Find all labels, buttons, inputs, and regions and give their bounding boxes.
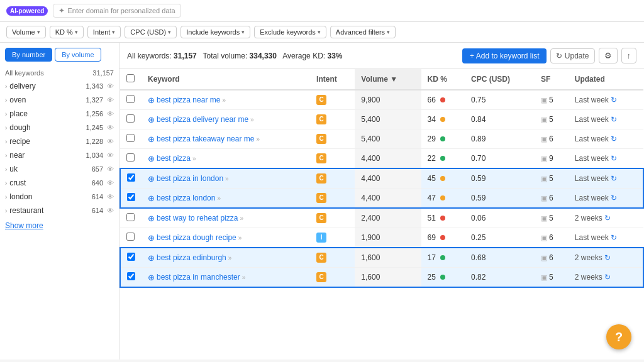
eye-icon[interactable]: 👁: [107, 193, 114, 200]
keyword-link[interactable]: ⊕ best pizza london »: [148, 194, 304, 203]
keyword-link[interactable]: ⊕ best pizza »: [148, 154, 304, 163]
row-checkbox[interactable]: [126, 134, 135, 142]
eye-icon[interactable]: 👁: [107, 151, 114, 159]
row-checkbox-cell[interactable]: [120, 149, 142, 169]
keyword-link[interactable]: ⊕ best pizza takeaway near me »: [148, 134, 304, 144]
show-more-link[interactable]: Show more: [0, 217, 119, 234]
sf-icon: ▣: [541, 194, 547, 202]
export-button[interactable]: ↑: [621, 48, 637, 63]
updated-cell: Last week ↻: [569, 129, 643, 149]
row-checkbox-cell[interactable]: [120, 90, 142, 110]
row-checkbox-cell[interactable]: [120, 189, 142, 209]
eye-icon[interactable]: 👁: [107, 124, 114, 131]
keyword-link[interactable]: ⊕ best pizza in london »: [148, 174, 304, 184]
row-checkbox[interactable]: [127, 193, 135, 201]
table-row: ⊕ best pizza dough recipe » I 1,900 69 0…: [120, 228, 643, 248]
help-button[interactable]: ?: [606, 324, 631, 349]
sidebar-item[interactable]: › place 1,256 👁: [0, 107, 119, 121]
settings-button[interactable]: ⚙: [599, 48, 618, 63]
keyword-text: best pizza in london: [157, 174, 223, 183]
intent-cell: C: [310, 90, 355, 110]
row-checkbox[interactable]: [126, 213, 135, 221]
keyword-link[interactable]: ⊕ best pizza near me »: [148, 96, 304, 105]
sf-icon: ▣: [541, 155, 547, 163]
intent-cell: C: [310, 129, 355, 149]
row-checkbox-cell[interactable]: [120, 228, 142, 248]
chevron-down-icon: ▾: [75, 29, 78, 35]
keyword-link[interactable]: ⊕ best pizza dough recipe »: [148, 233, 304, 243]
sidebar-item-count: 1,245: [86, 124, 103, 131]
sidebar-item[interactable]: › near 1,034 👁: [0, 148, 119, 162]
sidebar-item[interactable]: › london 614 👁: [0, 190, 119, 204]
updated-text: 2 weeks: [575, 273, 602, 282]
eye-icon[interactable]: 👁: [107, 110, 114, 118]
add-to-keyword-list-button[interactable]: + Add to keyword list: [462, 48, 547, 63]
eye-icon[interactable]: 👁: [107, 165, 114, 173]
refresh-icon[interactable]: ↻: [604, 253, 611, 262]
row-checkbox-cell[interactable]: [120, 248, 142, 268]
chevron-down-icon: ▾: [168, 29, 171, 35]
sidebar-item[interactable]: › uk 657 👁: [0, 162, 119, 176]
volume-column-header[interactable]: Volume ▼: [355, 69, 421, 90]
filter-cpc[interactable]: CPC (USD) ▾: [125, 26, 177, 38]
eye-icon[interactable]: 👁: [107, 96, 114, 104]
row-checkbox[interactable]: [126, 233, 135, 241]
row-checkbox-cell[interactable]: [120, 110, 142, 129]
refresh-icon[interactable]: ↻: [604, 273, 611, 282]
select-all-header[interactable]: [120, 69, 142, 90]
sf-icon: ▣: [541, 135, 547, 143]
refresh-icon[interactable]: ↻: [611, 115, 617, 124]
row-checkbox-cell[interactable]: [120, 168, 142, 189]
plus-circle-icon: ⊕: [148, 214, 155, 223]
row-checkbox[interactable]: [126, 114, 135, 123]
refresh-icon[interactable]: ↻: [611, 96, 617, 104]
eye-icon[interactable]: 👁: [107, 82, 114, 90]
row-checkbox[interactable]: [126, 95, 135, 103]
row-checkbox[interactable]: [127, 272, 135, 280]
row-checkbox[interactable]: [126, 153, 135, 162]
row-checkbox[interactable]: [127, 173, 135, 182]
row-checkbox-cell[interactable]: [120, 129, 142, 149]
sidebar-item[interactable]: › restaurant 614 👁: [0, 204, 119, 217]
filter-advanced[interactable]: Advanced filters ▾: [330, 26, 396, 38]
sidebar-item[interactable]: › crust 640 👁: [0, 176, 119, 190]
expand-arrow-icon: ›: [5, 111, 7, 118]
sidebar-item-label: place: [9, 109, 28, 118]
expand-arrow-icon: ›: [5, 138, 7, 145]
filter-intent[interactable]: Intent ▾: [87, 26, 121, 38]
refresh-icon[interactable]: ↻: [611, 194, 617, 202]
tab-by-volume[interactable]: By volume: [55, 48, 101, 62]
expand-arrow-icon: ›: [5, 194, 7, 200]
refresh-icon[interactable]: ↻: [611, 233, 617, 242]
filter-kd[interactable]: KD % ▾: [50, 26, 84, 38]
row-checkbox[interactable]: [127, 253, 135, 261]
row-checkbox-cell[interactable]: [120, 268, 142, 288]
row-checkbox-cell[interactable]: [120, 208, 142, 228]
expand-arrow-icon: ›: [5, 207, 7, 214]
sidebar-item[interactable]: › oven 1,327 👁: [0, 93, 119, 107]
top-bar: AI-powered ✦ Enter domain for personaliz…: [0, 0, 644, 22]
sf-icon: ▣: [541, 214, 547, 222]
plus-circle-icon: ⊕: [148, 174, 155, 184]
eye-icon[interactable]: 👁: [107, 138, 114, 145]
keyword-link[interactable]: ⊕ best pizza delivery near me »: [148, 115, 304, 124]
keyword-link[interactable]: ⊕ best way to reheat pizza »: [148, 214, 304, 223]
sidebar-item[interactable]: › delivery 1,343 👁: [0, 79, 119, 93]
filter-volume[interactable]: Volume ▾: [6, 26, 46, 38]
domain-input[interactable]: ✦ Enter domain for personalized data: [53, 4, 180, 18]
eye-icon[interactable]: 👁: [107, 207, 114, 214]
tab-by-number[interactable]: By number: [5, 48, 52, 62]
eye-icon[interactable]: 👁: [107, 179, 114, 187]
sidebar-item[interactable]: › recipe 1,228 👁: [0, 134, 119, 148]
keyword-link[interactable]: ⊕ best pizza edinburgh »: [148, 253, 304, 263]
refresh-icon[interactable]: ↻: [611, 174, 617, 183]
filter-include[interactable]: Include keywords ▾: [180, 26, 250, 38]
filter-exclude[interactable]: Exclude keywords ▾: [254, 26, 326, 38]
keyword-link[interactable]: ⊕ best pizza in manchester »: [148, 273, 304, 282]
update-button[interactable]: ↻ Update: [550, 48, 594, 63]
table-row: ⊕ best pizza edinburgh » C 1,600 17 0.68…: [120, 248, 643, 268]
refresh-icon[interactable]: ↻: [611, 134, 617, 143]
refresh-icon[interactable]: ↻: [604, 214, 611, 222]
refresh-icon[interactable]: ↻: [611, 154, 617, 163]
sidebar-item[interactable]: › dough 1,245 👁: [0, 121, 119, 134]
